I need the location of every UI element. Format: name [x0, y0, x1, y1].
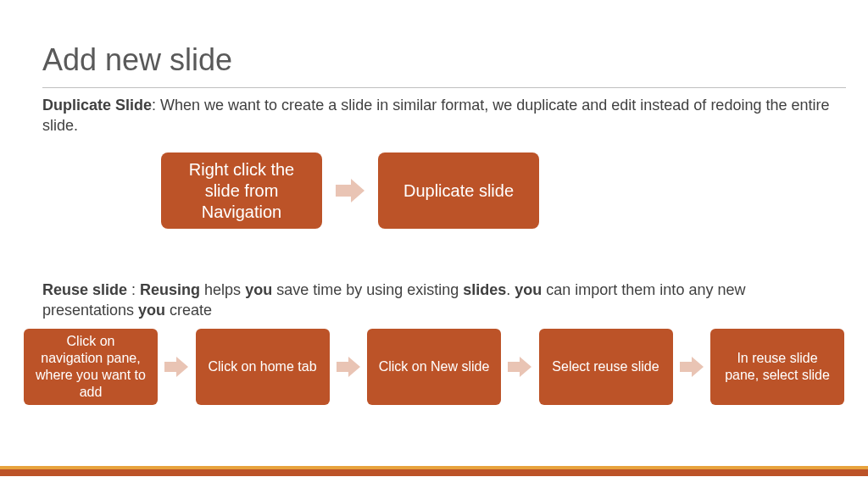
plain-text: helps: [200, 281, 245, 298]
flow2-step-4: Select reuse slide: [539, 329, 673, 405]
duplicate-label: Duplicate Slide: [42, 97, 152, 114]
plain-text: .: [506, 281, 515, 298]
flow2-step-3: Click on New slide: [367, 329, 501, 405]
arrow-icon: [336, 179, 364, 202]
bold-text: you: [138, 302, 165, 319]
arrow-icon: [680, 357, 704, 377]
reuse-flow: Click on navigation pane, where you want…: [24, 329, 844, 405]
duplicate-text: : When we want to create a slide in simi…: [42, 97, 829, 134]
arrow-icon: [164, 357, 188, 377]
plain-text: :: [127, 281, 140, 298]
bold-text: slides: [463, 281, 506, 298]
bold-text: Reusing: [140, 281, 200, 298]
slide-title: Add new slide: [42, 42, 232, 78]
bold-text: Reuse slide: [42, 281, 127, 298]
plain-text: create: [165, 302, 212, 319]
title-underline: [42, 87, 846, 88]
flow1-step-2: Duplicate slide: [378, 152, 539, 229]
bold-text: you: [515, 281, 542, 298]
bold-text: you: [245, 281, 272, 298]
flow2-step-2: Click on home tab: [196, 329, 330, 405]
plain-text: save time by using existing: [272, 281, 463, 298]
flow2-step-1: Click on navigation pane, where you want…: [24, 329, 158, 405]
flow2-step-5: In reuse slide pane, select slide: [710, 329, 844, 405]
arrow-icon: [337, 357, 360, 377]
duplicate-flow: Right click the slide from Navigation Du…: [161, 152, 539, 229]
footer-accent: [0, 466, 868, 476]
flow1-step-1: Right click the slide from Navigation: [161, 152, 322, 229]
duplicate-description: Duplicate Slide: When we want to create …: [42, 95, 834, 136]
arrow-icon: [508, 357, 531, 377]
reuse-description: Reuse slide : Reusing helps you save tim…: [42, 280, 834, 321]
